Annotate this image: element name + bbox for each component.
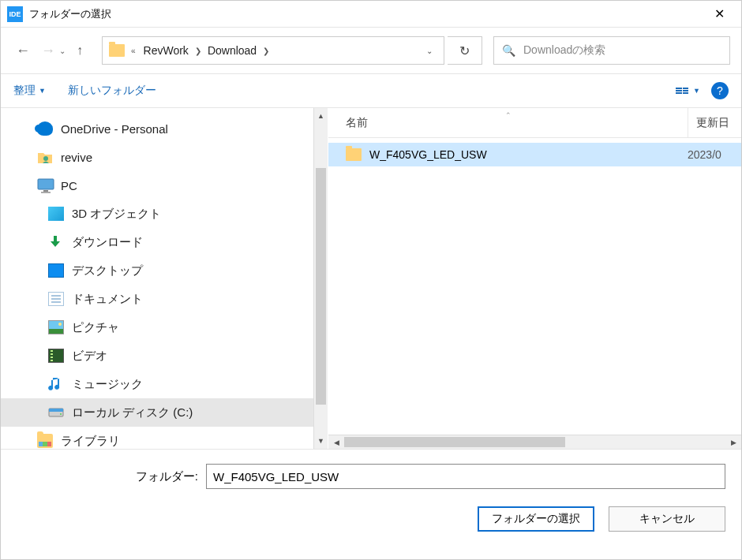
- tree-item-libraries[interactable]: ライブラリ: [1, 427, 328, 449]
- svg-rect-1: [38, 179, 54, 189]
- scroll-track[interactable]: [344, 435, 725, 449]
- refresh-button[interactable]: ↻: [448, 36, 482, 65]
- download-icon: [48, 235, 64, 249]
- svg-rect-3: [41, 192, 51, 193]
- item-date: 2023/0: [688, 148, 741, 161]
- tree-item-local-disk[interactable]: ローカル ディスク (C:): [1, 398, 328, 427]
- organize-menu[interactable]: 整理 ▼: [13, 84, 46, 98]
- tree-item-videos[interactable]: ビデオ: [1, 342, 328, 370]
- button-row: フォルダーの選択 キャンセル: [1, 506, 725, 532]
- search-input[interactable]: 🔍 Downloadの検索: [493, 36, 730, 65]
- scroll-thumb[interactable]: [344, 437, 565, 447]
- tree-item-revive[interactable]: revive: [1, 143, 328, 171]
- tree-label: ビデオ: [72, 349, 107, 364]
- toolbar: 整理 ▼ 新しいフォルダー ▼ ?: [1, 73, 741, 108]
- scroll-thumb[interactable]: [316, 168, 326, 405]
- cancel-button[interactable]: キャンセル: [609, 506, 725, 532]
- tree-item-pictures[interactable]: ピクチャ: [1, 313, 328, 342]
- tree-item-music[interactable]: ミュージック: [1, 370, 328, 398]
- list-scrollbar[interactable]: ◀ ▶: [328, 435, 741, 449]
- address-segment-download[interactable]: Download: [204, 43, 260, 58]
- search-placeholder: Downloadの検索: [523, 43, 605, 58]
- desktop-icon: [48, 263, 64, 278]
- body-area: OneDrive - Personal revive PC 3D オブジェクト …: [1, 108, 741, 449]
- tree-item-3d-objects[interactable]: 3D オブジェクト: [1, 200, 328, 228]
- list-header: ⌃ 名前 更新日: [328, 108, 741, 138]
- cloud-icon: [37, 121, 53, 136]
- tree-label: ローカル ディスク (C:): [72, 405, 193, 420]
- tree-label: ピクチャ: [72, 320, 119, 335]
- column-label: 名前: [346, 116, 368, 130]
- tree-item-desktop[interactable]: デスクトップ: [1, 256, 328, 285]
- search-icon: 🔍: [502, 44, 515, 57]
- chevron-right-icon[interactable]: ❯: [263, 47, 269, 55]
- disk-icon: [48, 405, 64, 420]
- pc-icon: [37, 178, 53, 192]
- forward-button[interactable]: →: [37, 39, 59, 62]
- address-segment-revwork[interactable]: RevWork: [141, 43, 192, 58]
- svg-rect-2: [43, 190, 48, 192]
- tree-item-pc[interactable]: PC: [1, 171, 328, 200]
- document-icon: [48, 292, 64, 306]
- bottom-panel: フォルダー: フォルダーの選択 キャンセル: [1, 449, 741, 546]
- music-icon: [48, 377, 64, 391]
- address-bar[interactable]: « RevWork ❯ Download ❯ ⌄: [102, 36, 444, 65]
- folder-label: フォルダー:: [1, 469, 206, 484]
- folder-input[interactable]: [206, 464, 725, 489]
- tree-item-downloads[interactable]: ダウンロード: [1, 228, 328, 256]
- app-icon: IDE: [7, 6, 23, 22]
- scroll-down-button[interactable]: ▼: [314, 433, 328, 449]
- select-folder-button[interactable]: フォルダーの選択: [478, 506, 594, 532]
- tree-label: revive: [61, 151, 92, 164]
- list-body[interactable]: W_F405VG_LED_USW 2023/0: [328, 138, 741, 435]
- svg-rect-5: [49, 409, 63, 412]
- view-options[interactable]: ▼: [676, 87, 700, 95]
- chevron-right-icon[interactable]: ❯: [195, 47, 201, 55]
- history-dropdown[interactable]: ⌄: [59, 47, 66, 55]
- folder-row: フォルダー:: [1, 464, 725, 489]
- tree-label: 3D オブジェクト: [72, 207, 161, 222]
- chevron-down-icon: ▼: [39, 87, 46, 95]
- scroll-left-button[interactable]: ◀: [328, 435, 344, 449]
- column-date[interactable]: 更新日: [688, 108, 741, 137]
- title-bar: IDE フォルダーの選択 ✕: [1, 1, 741, 28]
- chevron-down-icon: ▼: [693, 87, 700, 95]
- scroll-track[interactable]: [314, 124, 328, 433]
- tree-label: ライブラリ: [61, 434, 120, 449]
- tree-item-documents[interactable]: ドキュメント: [1, 285, 328, 313]
- address-dropdown[interactable]: ⌄: [422, 47, 437, 55]
- column-name[interactable]: ⌃ 名前: [328, 116, 688, 130]
- cube-icon: [48, 207, 64, 221]
- svg-point-0: [43, 156, 48, 161]
- up-button[interactable]: ↑: [69, 39, 91, 62]
- window-title: フォルダーの選択: [29, 7, 703, 21]
- folder-icon: [109, 44, 125, 57]
- file-list: ⌃ 名前 更新日 W_F405VG_LED_USW 2023/0 ◀ ▶: [328, 108, 741, 449]
- tree-label: デスクトップ: [72, 263, 143, 278]
- folder-icon: [346, 148, 362, 161]
- back-button[interactable]: ←: [12, 39, 34, 62]
- tree-item-onedrive[interactable]: OneDrive - Personal: [1, 114, 328, 143]
- tree-scrollbar[interactable]: ▲ ▼: [313, 108, 328, 449]
- svg-point-6: [60, 413, 62, 415]
- list-item[interactable]: W_F405VG_LED_USW 2023/0: [328, 143, 741, 166]
- scroll-up-button[interactable]: ▲: [314, 108, 328, 124]
- tree-label: ダウンロード: [72, 235, 143, 250]
- item-name: W_F405VG_LED_USW: [369, 148, 688, 161]
- close-button[interactable]: ✕: [703, 2, 735, 26]
- tree-label: ミュージック: [72, 377, 143, 392]
- help-button[interactable]: ?: [711, 82, 729, 99]
- libraries-icon: [37, 434, 53, 448]
- navigation-tree: OneDrive - Personal revive PC 3D オブジェクト …: [1, 108, 328, 449]
- view-icon: [676, 88, 688, 94]
- new-folder-button[interactable]: 新しいフォルダー: [68, 84, 156, 98]
- nav-bar: ← → ⌄ ↑ « RevWork ❯ Download ❯ ⌄ ↻ 🔍 Dow…: [1, 28, 741, 73]
- video-icon: [48, 349, 64, 363]
- sort-indicator-icon: ⌃: [505, 111, 512, 119]
- tree-label: OneDrive - Personal: [61, 122, 168, 136]
- scroll-right-button[interactable]: ▶: [725, 435, 741, 449]
- user-folder-icon: [37, 150, 53, 164]
- tree-label: PC: [61, 179, 77, 192]
- path-prefix: «: [131, 47, 136, 55]
- tree-label: ドキュメント: [72, 292, 143, 307]
